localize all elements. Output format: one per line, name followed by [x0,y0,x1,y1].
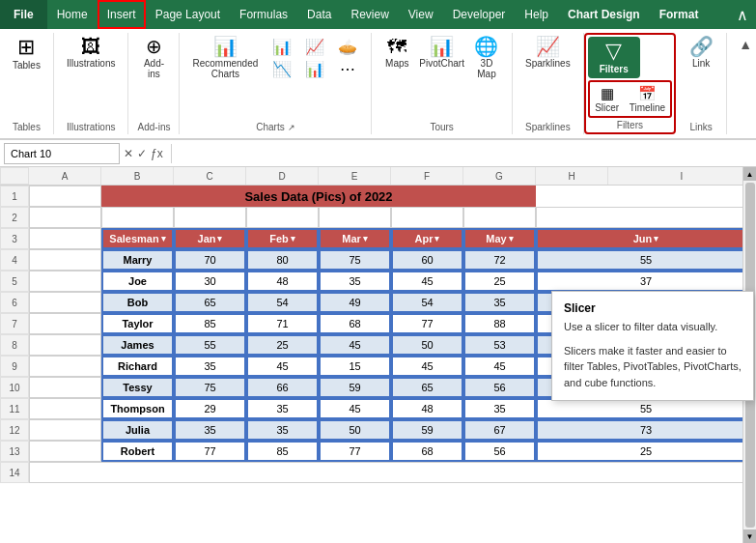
scroll-up-button[interactable]: ▲ [743,167,757,181]
3d-map-button[interactable]: 🌐 3DMap [469,35,504,81]
cell-e6[interactable]: 49 [319,292,391,313]
scroll-down-button[interactable]: ▼ [743,529,757,543]
col-header-f[interactable]: F [391,167,463,185]
col-header-i[interactable]: I [608,167,756,185]
cell-d11[interactable]: 35 [246,398,319,419]
cell-c5[interactable]: 30 [174,271,246,292]
cell-c6[interactable]: 65 [174,292,246,313]
pivotchart-button[interactable]: 📊 PivotChart [414,35,469,71]
cell-e8[interactable]: 45 [319,334,391,356]
cell-a1[interactable] [29,186,101,207]
pie-chart-button[interactable]: 🥧 [332,37,363,57]
slicer-button[interactable]: ▦ Slicer [592,84,623,114]
addins-button[interactable]: ⊕ Add-ins [136,35,171,81]
cell-b10[interactable]: Tessy [101,377,174,398]
insert-function-icon[interactable]: ƒx [151,147,163,160]
cell-b6[interactable]: Bob [101,292,174,313]
cell-d2[interactable] [246,207,319,228]
cancel-formula-icon[interactable]: ✕ [124,147,133,160]
cell-b7[interactable]: Taylor [101,313,174,334]
cell-d6[interactable]: 54 [246,292,319,313]
menu-review[interactable]: Review [341,0,398,29]
cell-g5[interactable]: 25 [463,271,536,292]
cell-a5[interactable] [29,271,101,292]
cell-b2[interactable] [101,207,174,228]
cell-h5[interactable]: 37 [536,271,756,292]
cell-d4[interactable]: 80 [246,249,319,271]
cell-g4[interactable]: 72 [463,249,536,271]
cell-c8[interactable]: 55 [174,334,246,356]
menu-view[interactable]: View [399,0,443,29]
col-header-e[interactable]: E [319,167,391,185]
cell-e7[interactable]: 68 [319,313,391,334]
cell-e2[interactable] [319,207,391,228]
cell-d12[interactable]: 35 [246,419,319,441]
cell-c10[interactable]: 75 [174,377,246,398]
menu-format[interactable]: Format [650,0,709,29]
sparklines-button[interactable]: 📈 Sparklines [520,35,575,71]
cell-e12[interactable]: 50 [319,419,391,441]
cell-b5[interactable]: Joe [101,271,174,292]
column-chart-button[interactable]: 📊 [266,37,297,57]
col-salesman-header[interactable]: Salesman [101,228,174,249]
cell-a12[interactable] [29,419,101,441]
timeline-button[interactable]: 📅 Timeline [627,84,668,114]
cell-h11[interactable]: 55 [536,398,756,419]
cell-g9[interactable]: 45 [463,356,536,377]
col-header-a[interactable]: A [29,167,101,185]
col-header-d[interactable]: D [246,167,319,185]
cell-c2[interactable] [174,207,246,228]
menu-data[interactable]: Data [297,0,341,29]
menu-insert[interactable]: Insert [98,0,146,29]
bar-chart-button[interactable]: 📉 [266,59,297,79]
cell-e13[interactable]: 77 [319,441,391,462]
cell-f5[interactable]: 45 [391,271,463,292]
cell-f4[interactable]: 60 [391,249,463,271]
cell-f6[interactable]: 54 [391,292,463,313]
cell-c12[interactable]: 35 [174,419,246,441]
ribbon-up-icon[interactable]: ▲ [739,37,752,52]
cell-b9[interactable]: Richard [101,356,174,377]
cell-h4[interactable]: 55 [536,249,756,271]
cell-e4[interactable]: 75 [319,249,391,271]
cell-h12[interactable]: 73 [536,419,756,441]
col-header-b[interactable]: B [101,167,174,185]
cell-g8[interactable]: 53 [463,334,536,356]
cell-a3[interactable] [29,228,101,249]
col-header-c[interactable]: C [174,167,246,185]
menu-home[interactable]: Home [47,0,98,29]
cell-c13[interactable]: 77 [174,441,246,462]
cell-g10[interactable]: 56 [463,377,536,398]
cell-a14[interactable] [29,462,756,483]
col-mar-header[interactable]: Mar [319,228,391,249]
cell-g13[interactable]: 56 [463,441,536,462]
cell-a9[interactable] [29,356,101,377]
col-jan-header[interactable]: Jan [174,228,246,249]
cell-h13[interactable]: 25 [536,441,756,462]
cell-f8[interactable]: 50 [391,334,463,356]
cell-a13[interactable] [29,441,101,462]
cell-b11[interactable]: Thompson [101,398,174,419]
cell-f13[interactable]: 68 [391,441,463,462]
cell-e5[interactable]: 35 [319,271,391,292]
area-chart-button[interactable]: 📊 [299,59,330,79]
cell-f10[interactable]: 65 [391,377,463,398]
cell-d10[interactable]: 66 [246,377,319,398]
cell-a8[interactable] [29,334,101,356]
cell-b4[interactable]: Marry [101,249,174,271]
filters-button[interactable]: ▽ Filters [588,37,640,78]
col-header-h[interactable]: H [536,167,608,185]
cell-f2[interactable] [391,207,463,228]
cell-c7[interactable]: 85 [174,313,246,334]
illustrations-button[interactable]: 🖼 Illustrations [62,35,121,71]
line-chart-button[interactable]: 📈 [299,37,330,57]
cell-a10[interactable] [29,377,101,398]
cell-b12[interactable]: Julia [101,419,174,441]
cell-f9[interactable]: 45 [391,356,463,377]
cell-f7[interactable]: 77 [391,313,463,334]
cell-f12[interactable]: 59 [391,419,463,441]
cell-b13[interactable]: Robert [101,441,174,462]
cell-a6[interactable] [29,292,101,313]
cell-g11[interactable]: 35 [463,398,536,419]
cell-e9[interactable]: 15 [319,356,391,377]
